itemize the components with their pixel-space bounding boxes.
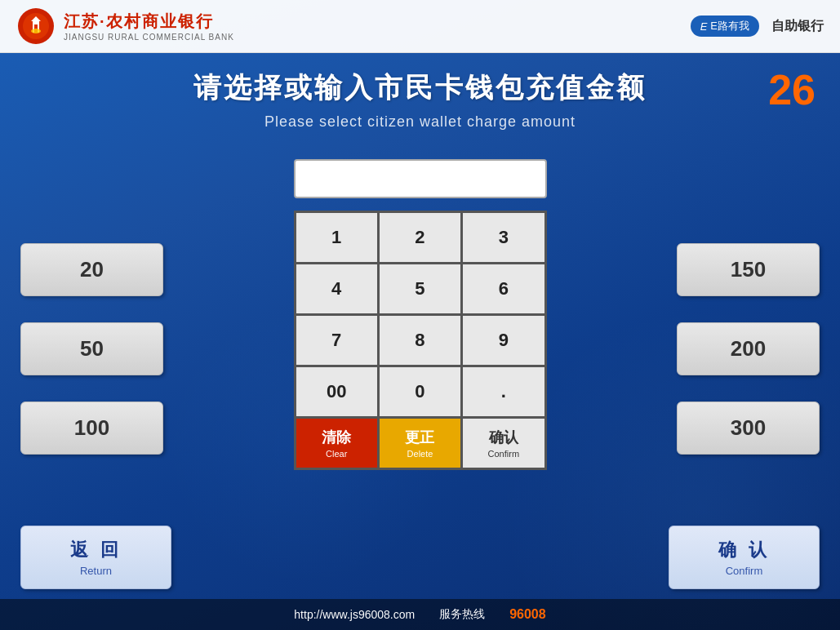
e-logo: E E路有我 (691, 16, 759, 37)
quick-amount-100[interactable]: 100 (20, 402, 163, 455)
return-en: Return (80, 565, 112, 577)
numpad-confirm-cn: 确认 (489, 428, 518, 447)
logo-cn: 江苏·农村商业银行 (64, 11, 234, 33)
numpad-00[interactable]: 00 (296, 367, 377, 416)
page-title-en: Please select citizen wallet charge amou… (0, 113, 840, 131)
confirm-cn: 确 认 (718, 538, 769, 562)
quick-amount-150[interactable]: 150 (677, 243, 820, 296)
header-right: E E路有我 自助银行 (691, 16, 824, 37)
return-cn: 返 回 (70, 538, 121, 562)
quick-amount-50[interactable]: 50 (20, 322, 163, 375)
quick-amount-300[interactable]: 300 (677, 402, 820, 455)
numpad-grid: 1 2 3 4 5 6 7 8 9 00 0 . 清除 Clear 更正 Del… (294, 211, 547, 470)
quick-amount-200[interactable]: 200 (677, 322, 820, 375)
quick-amount-20[interactable]: 20 (20, 243, 163, 296)
numpad-5[interactable]: 5 (380, 264, 460, 313)
numpad-1[interactable]: 1 (296, 213, 377, 262)
svg-point-1 (31, 29, 41, 33)
numpad-6[interactable]: 6 (463, 264, 544, 313)
numpad-8[interactable]: 8 (380, 316, 460, 365)
amount-input[interactable] (294, 159, 547, 198)
self-service-label: 自助银行 (771, 18, 824, 35)
numpad-7[interactable]: 7 (296, 316, 377, 365)
numpad-dot[interactable]: . (463, 367, 544, 416)
confirm-button[interactable]: 确 认 Confirm (669, 526, 820, 589)
numpad-confirm[interactable]: 确认 Confirm (463, 419, 544, 468)
e-logo-text: E路有我 (710, 19, 749, 33)
clear-en: Clear (326, 449, 347, 459)
e-arrow-icon: E (700, 20, 708, 33)
page-title-cn: 请选择或输入市民卡钱包充值金额 (0, 69, 840, 107)
footer-hotline-label: 服务热线 (439, 607, 485, 622)
logo-icon (16, 7, 56, 46)
logo-text: 江苏·农村商业银行 JIANGSU RURAL COMMERCIAL BANK (64, 11, 234, 42)
numpad-9[interactable]: 9 (463, 316, 544, 365)
header: 江苏·农村商业银行 JIANGSU RURAL COMMERCIAL BANK … (0, 0, 840, 53)
numpad-3[interactable]: 3 (463, 213, 544, 262)
footer: http://www.js96008.com 服务热线 96008 (0, 599, 840, 630)
numpad-clear[interactable]: 清除 Clear (296, 419, 377, 468)
numpad-2[interactable]: 2 (380, 213, 460, 262)
clear-cn: 清除 (322, 428, 351, 447)
delete-en: Delete (407, 449, 433, 459)
logo-en: JIANGSU RURAL COMMERCIAL BANK (64, 33, 234, 42)
bank-logo: 江苏·农村商业银行 JIANGSU RURAL COMMERCIAL BANK (16, 7, 234, 46)
numpad-4[interactable]: 4 (296, 264, 377, 313)
page-title-area: 请选择或输入市民卡钱包充值金额 Please select citizen wa… (0, 69, 840, 131)
numpad-0[interactable]: 0 (380, 367, 460, 416)
delete-cn: 更正 (405, 428, 434, 447)
footer-hotline-number: 96008 (509, 607, 546, 622)
numpad-delete[interactable]: 更正 Delete (380, 419, 460, 468)
numpad-confirm-en: Confirm (488, 449, 520, 459)
numpad: 1 2 3 4 5 6 7 8 9 00 0 . 清除 Clear 更正 Del… (294, 211, 547, 470)
amount-input-wrapper (294, 159, 547, 198)
confirm-en: Confirm (726, 565, 763, 577)
return-button[interactable]: 返 回 Return (20, 526, 171, 589)
footer-website: http://www.js96008.com (294, 608, 415, 621)
